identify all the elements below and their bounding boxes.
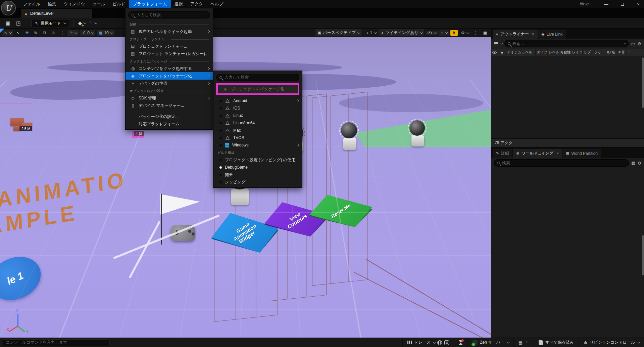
menu-item--[interactable]: ◍コンテンツをクック処理する [126,65,213,72]
show-flags-dropdown[interactable] [426,31,438,35]
build-config--[interactable]: シッピング [213,178,302,186]
platform-item-tvos[interactable]: TVOS [213,134,302,141]
outliner-settings-icon[interactable]: ⚙ [637,41,641,46]
blueprints-button[interactable]: ⁘ [88,19,97,27]
move-tool-icon[interactable]: ✚ [23,30,31,36]
select-mode-button[interactable]: ↖ 選択モード [31,19,69,27]
menubar-item-8[interactable]: ヘルプ [207,0,227,8]
tab-live-link[interactable]: ◉ Live Link [538,30,566,39]
platform-item-android[interactable]: Android [213,97,302,104]
save-icon[interactable]: ▣ [3,19,12,27]
details-scrollbar[interactable] [642,235,644,275]
menubar-item-3[interactable]: ツール [89,0,109,8]
outliner-scrollbar[interactable] [642,57,644,108]
close-tab-icon[interactable]: × [532,32,534,37]
menubar-item-6[interactable]: 選択 [171,0,187,8]
menu-item--[interactable]: 対応プラットフォーム... [126,120,213,128]
close-tab-icon[interactable]: × [556,151,559,156]
platform-item-linuxarm64[interactable]: LinuxArm64 [213,119,302,127]
tab-outliner[interactable]: ≡ アウトライナー × [493,30,538,39]
view-mode-dropdown[interactable]: ◐ライティングあり [379,29,424,36]
display-filter-icon[interactable]: ▦ [631,161,635,166]
column-header-0[interactable]: アイテムラベル [506,49,536,56]
menubar-item-1[interactable]: 編集 [44,0,60,8]
menubar-item-7[interactable]: アクタ [187,0,207,8]
column-header-8[interactable]: # 非 [617,49,627,56]
column-header-4[interactable]: レイヤ [571,49,583,56]
menu-search-input[interactable]: 入力して検索 [128,11,210,18]
menu-item--[interactable]: ∗デバッグの準備 [126,80,213,87]
save-all-button[interactable]: すべて保存済み [534,338,579,347]
menu-item--[interactable]: ▤プロジェクトランチャー... [126,43,213,50]
build-config--[interactable]: 開発 [213,171,302,178]
details-search-input[interactable]: 検索 [494,159,629,167]
perspective-dropdown[interactable]: ▣パースペクティブ [315,29,361,36]
unreal-logo-icon[interactable]: U [1,1,16,15]
tab-details[interactable]: ✎ 詳細 [493,149,512,158]
package-project-highlighted-item[interactable]: ◈ プロジェクトをパッケージ化 [216,83,299,95]
platform-item-linux[interactable]: Linux [213,112,302,119]
restore-button[interactable] [619,2,625,7]
submenu-search-input[interactable]: 入力して検索 [216,74,299,81]
visibility-column-icon[interactable] [491,49,499,56]
close-button[interactable]: × [635,2,641,7]
select-tool-icon[interactable]: ↖ [14,30,22,36]
build-config-debuggame[interactable]: DebugGame [213,164,302,171]
minimize-button[interactable]: — [603,2,609,7]
insights-button[interactable] [454,338,468,347]
column-header-6[interactable]: ソケ [593,49,606,56]
viewport-more-icon[interactable]: ⋮ [58,30,66,36]
revision-control-button[interactable]: ⋔ リビジョンコントロール [579,338,644,347]
menu-item--[interactable]: ▯デバイス マネージャー... [126,102,213,109]
column-header-5[interactable]: サブ [583,49,593,56]
rotation-snap-button[interactable]: ↷ [67,30,79,36]
menu-item-sdk-[interactable]: ◇SDK 管理 [126,94,213,102]
platform-item-ios[interactable]: IOS [213,104,302,112]
column-header-3[interactable]: 可動性 [559,49,571,56]
profiler-icon[interactable]: ❚❚ [437,340,442,345]
platform-item-windows[interactable]: Windows [213,141,302,149]
add-actor-button[interactable]: ◆ [78,19,86,27]
build-config--[interactable]: プロジェクト設定 (シッピング) の使用 [213,156,302,164]
details-settings-icon[interactable]: ⚙ [637,161,641,166]
column-header-1[interactable]: タイプ [536,49,548,56]
world-local-toggle-icon[interactable]: ⊕ [49,30,57,36]
outliner-search-input[interactable]: 検索... [504,40,629,47]
pinned-column-icon[interactable]: ★ [499,49,506,56]
tab-world-partition[interactable]: ▦ World Partition [562,149,601,158]
console-input[interactable]: コンソールコマンドを入力します [3,339,109,346]
menubar-item-0[interactable]: ファイル [19,0,44,8]
camera-speed-button[interactable]: ⇥1 [363,30,378,36]
stats-icon[interactable]: ▥ [444,340,449,345]
quad-layout-icon[interactable]: ▦ [481,30,489,36]
rotate-tool-icon[interactable]: ↻ [32,30,39,36]
tab-defaultlevel[interactable]: ▲ DefaultLevel [21,9,92,18]
filter-icon[interactable] [494,42,498,46]
attach-column-icon[interactable]: ∵ [627,49,644,56]
derived-data-button[interactable]: ▦ ⋮ [514,338,534,347]
scale-tool-icon[interactable]: ⊡ [41,30,48,36]
realtime-warning-icon[interactable]: ↯ [450,30,458,36]
grid-snap-button[interactable]: ▦10 [97,30,114,36]
angle-snap-button[interactable]: ∠0 [80,30,95,36]
column-header-7[interactable]: ID 名 [606,49,617,56]
menubar-item-4[interactable]: ビルド [109,0,129,8]
menu-item--[interactable]: ▤現在のレベルをクイック起動 [126,28,213,35]
platform-item-mac[interactable]: Mac [213,127,302,134]
viewport-options-icon[interactable]: ⋮ [472,30,480,36]
platform-reset[interactable]: Reset Me [309,195,373,227]
content-browser-icon[interactable]: ◳ [14,19,23,27]
menu-item--[interactable]: パッケージ化の設定... [126,113,213,120]
menu-item--[interactable]: ▤プロジェクト ランチャー (レガシー)... [126,50,213,57]
menubar-item-2[interactable]: ウィンドウ [60,0,89,8]
tab-world-settings[interactable]: ⊕ ワールド...ィング × [513,149,562,158]
add-folder-icon[interactable]: 🗀 [631,41,635,46]
more-icon[interactable]: ⋮ [525,340,529,345]
viewport-settings-icon[interactable]: ⚙ [459,30,470,36]
menu-item--[interactable]: ◈プロジェクトをパッケージ化 [126,72,213,80]
trace-button[interactable]: トレース ❚❚ ▥ [402,338,454,347]
zen-server-button[interactable]: Zen サーバー [468,338,514,347]
column-header-2[interactable]: レベル [548,49,559,56]
menubar-item-5[interactable]: プラットフォーム [129,0,171,8]
effects-dropdown[interactable]: ◌ [439,30,449,36]
